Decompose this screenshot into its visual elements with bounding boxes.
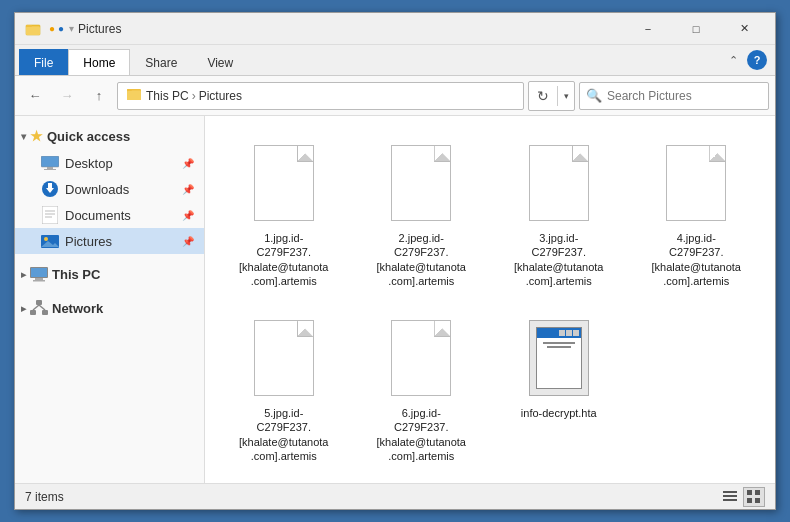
file-area: 1.jpg.id-C279F237.[khalate@tutanota.com]… [205, 116, 775, 483]
list-item[interactable]: 4.jpg.id-C279F237.[khalate@tutanota.com]… [633, 131, 761, 296]
address-bar: ← → ↑ This PC › Pictures ↻ ▾ 🔍 [15, 76, 775, 116]
sidebar-item-pictures[interactable]: Pictures 📌 [15, 228, 204, 254]
svg-rect-22 [33, 280, 45, 282]
file-label-6: 6.jpg.id-C279F237.[khalate@tutanota.com]… [376, 406, 466, 463]
explorer-window: ● ● ▾ Pictures − □ ✕ File Home Share Vie… [14, 12, 776, 510]
search-box: 🔍 [579, 82, 769, 110]
address-path[interactable]: This PC › Pictures [117, 82, 524, 110]
svg-rect-28 [723, 491, 737, 493]
this-pc-label: This PC [52, 267, 100, 282]
help-button[interactable]: ? [747, 50, 767, 70]
forward-button[interactable]: → [53, 82, 81, 110]
svg-rect-34 [755, 498, 760, 503]
svg-rect-2 [26, 25, 32, 27]
svg-rect-33 [747, 498, 752, 503]
svg-rect-29 [723, 495, 737, 497]
svg-rect-8 [44, 169, 56, 170]
sidebar-item-downloads[interactable]: Downloads 📌 [15, 176, 204, 202]
search-input[interactable] [607, 89, 762, 103]
refresh-button[interactable]: ↻ [529, 82, 557, 110]
file-label-7: info-decrypt.hta [521, 406, 597, 420]
file-label-1: 1.jpg.id-C279F237.[khalate@tutanota.com]… [239, 231, 329, 288]
file-grid: 1.jpg.id-C279F237.[khalate@tutanota.com]… [215, 126, 765, 476]
quick-access-label: Quick access [47, 129, 130, 144]
close-button[interactable]: ✕ [721, 13, 767, 45]
search-icon: 🔍 [586, 88, 602, 103]
file-icon-1 [248, 139, 320, 227]
quick-access-toolbar: ● ● ▾ [49, 23, 74, 34]
desktop-icon [41, 154, 59, 172]
sidebar-downloads-label: Downloads [65, 182, 129, 197]
list-item[interactable]: 5.jpg.id-C279F237.[khalate@tutanota.com]… [220, 306, 348, 471]
svg-line-26 [33, 305, 39, 310]
view-buttons [719, 487, 765, 507]
file-label-3: 3.jpg.id-C279F237.[khalate@tutanota.com]… [514, 231, 604, 288]
svg-line-27 [39, 305, 45, 310]
file-label-2: 2.jpeg.id-C279F237.[khalate@tutanota.com… [376, 231, 466, 288]
path-this-pc: This PC [146, 89, 189, 103]
list-item[interactable]: info-decrypt.hta [495, 306, 623, 471]
svg-rect-21 [35, 278, 43, 280]
downloads-icon [41, 180, 59, 198]
item-count: 7 items [25, 490, 64, 504]
large-icons-view-button[interactable] [743, 487, 765, 507]
tab-view[interactable]: View [192, 49, 248, 75]
svg-rect-1 [26, 26, 40, 35]
chevron-right-icon-2: ▸ [21, 303, 26, 314]
svg-rect-4 [127, 91, 141, 101]
svg-rect-30 [723, 499, 737, 501]
svg-rect-24 [30, 310, 36, 315]
svg-rect-6 [41, 156, 59, 167]
documents-icon [41, 206, 59, 224]
file-icon-3 [523, 139, 595, 227]
back-button[interactable]: ← [21, 82, 49, 110]
file-icon-6 [385, 314, 457, 402]
list-item[interactable]: 6.jpg.id-C279F237.[khalate@tutanota.com]… [358, 306, 486, 471]
svg-rect-32 [755, 490, 760, 495]
sidebar-item-documents[interactable]: Documents 📌 [15, 202, 204, 228]
svg-rect-12 [42, 206, 58, 224]
list-item[interactable]: 1.jpg.id-C279F237.[khalate@tutanota.com]… [220, 131, 348, 296]
svg-rect-5 [127, 89, 132, 91]
address-dropdown-button[interactable]: ▾ [558, 82, 574, 110]
svg-rect-31 [747, 490, 752, 495]
ribbon: File Home Share View ⌃ ? [15, 45, 775, 76]
file-icon-7 [523, 314, 595, 402]
file-label-4: 4.jpg.id-C279F237.[khalate@tutanota.com]… [651, 231, 741, 288]
ribbon-collapse-button[interactable]: ⌃ [723, 50, 743, 70]
quick-access-header[interactable]: ▾ ★ Quick access [15, 122, 204, 150]
ribbon-tab-bar: File Home Share View ⌃ ? [15, 45, 775, 75]
svg-rect-7 [47, 167, 53, 169]
path-pictures: Pictures [199, 89, 242, 103]
title-bar: ● ● ▾ Pictures − □ ✕ [15, 13, 775, 45]
window-controls: − □ ✕ [625, 13, 767, 45]
file-icon-2 [385, 139, 457, 227]
tab-file[interactable]: File [19, 49, 68, 75]
tab-share[interactable]: Share [130, 49, 192, 75]
tab-home[interactable]: Home [68, 49, 130, 75]
network-label: Network [52, 301, 103, 316]
network-header[interactable]: ▸ Network [15, 294, 204, 322]
path-separator: › [192, 89, 196, 103]
pictures-icon [41, 232, 59, 250]
list-item[interactable]: 3.jpg.id-C279F237.[khalate@tutanota.com]… [495, 131, 623, 296]
sidebar-desktop-label: Desktop [65, 156, 113, 171]
file-label-5: 5.jpg.id-C279F237.[khalate@tutanota.com]… [239, 406, 329, 463]
this-pc-icon [30, 265, 48, 283]
status-bar: 7 items [15, 483, 775, 509]
list-item[interactable]: 2.jpeg.id-C279F237.[khalate@tutanota.com… [358, 131, 486, 296]
pin-icon-2: 📌 [182, 184, 194, 195]
window-title: Pictures [78, 22, 625, 36]
up-button[interactable]: ↑ [85, 82, 113, 110]
file-icon-4 [660, 139, 732, 227]
this-pc-header[interactable]: ▸ This PC [15, 260, 204, 288]
list-view-button[interactable] [719, 487, 741, 507]
maximize-button[interactable]: □ [673, 13, 719, 45]
pin-icon-3: 📌 [182, 210, 194, 221]
minimize-button[interactable]: − [625, 13, 671, 45]
path-icon [126, 86, 142, 105]
star-icon: ★ [30, 128, 43, 144]
svg-rect-25 [42, 310, 48, 315]
svg-rect-11 [48, 183, 52, 189]
sidebar-item-desktop[interactable]: Desktop 📌 [15, 150, 204, 176]
